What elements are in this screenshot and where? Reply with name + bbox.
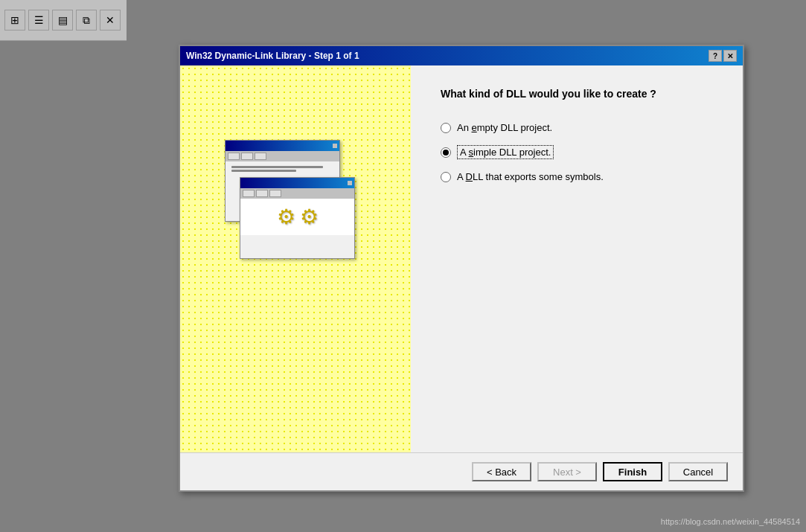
toolbar-icon-2[interactable]: ☰ (28, 10, 49, 31)
left-panel: ⚙ ⚙ (180, 65, 411, 452)
mini-toolbar-item-4 (243, 190, 255, 197)
mini-titlebar-back (226, 141, 339, 151)
radio-input-3[interactable] (441, 172, 451, 182)
mini-window-front: ⚙ ⚙ (240, 177, 355, 259)
radio-label-2: A simple DLL project. (457, 145, 554, 159)
url-text: https://blog.csdn.net/weixin_44584514 (661, 517, 800, 526)
underline-s: s (469, 147, 474, 158)
mini-content-area: ⚙ ⚙ (240, 199, 354, 235)
radio-group: An empty DLL project. A simple DLL proje… (441, 122, 720, 182)
finish-button[interactable]: Finish (603, 462, 662, 481)
mini-line-1 (231, 166, 323, 168)
next-button[interactable]: Next > (537, 462, 597, 481)
gear-icon-1: ⚙ (277, 205, 295, 229)
dialog-title: Win32 Dynamic-Link Library - Step 1 of 1 (186, 51, 359, 61)
mini-toolbar-item-2 (241, 153, 253, 160)
help-button[interactable]: ? (709, 50, 722, 62)
toolbar-icon-1[interactable]: ⊞ (4, 10, 25, 31)
gear-icons: ⚙ ⚙ (277, 205, 319, 229)
toolbar-icon-4[interactable]: ⧉ (76, 10, 97, 31)
radio-option-3[interactable]: A DLL that exports some symbols. (441, 171, 720, 182)
toolbar-icon-5[interactable]: ✕ (100, 10, 121, 31)
toolbar-icon-3[interactable]: ▤ (52, 10, 73, 31)
underline-d: D (466, 171, 473, 182)
mini-titlebar-dot-front (348, 181, 352, 185)
mini-toolbar-item-6 (269, 190, 281, 197)
back-button[interactable]: < Back (472, 462, 531, 481)
mini-toolbar-front (240, 188, 354, 199)
mini-toolbar-item-1 (228, 153, 240, 160)
mini-titlebar-dot (333, 144, 337, 148)
close-button[interactable]: ✕ (723, 50, 737, 62)
toolbar: ⊞ ☰ ▤ ⧉ ✕ (0, 0, 127, 41)
gear-icon-2: ⚙ (300, 205, 319, 229)
right-panel: What kind of DLL would you like to creat… (411, 65, 743, 452)
radio-input-1[interactable] (441, 123, 451, 133)
dialog-window: Win32 Dynamic-Link Library - Step 1 of 1… (179, 45, 744, 492)
dialog-content: ⚙ ⚙ What kind of DLL would you like to c… (180, 65, 743, 452)
radio-label-1: An empty DLL project. (457, 122, 552, 133)
titlebar-buttons: ? ✕ (709, 50, 737, 62)
mini-toolbar-item-3 (255, 153, 266, 160)
mini-titlebar-front (240, 178, 354, 188)
dialog-footer: < Back Next > Finish Cancel (180, 452, 743, 490)
yellow-background (180, 65, 411, 452)
mini-toolbar-item-5 (256, 190, 268, 197)
radio-option-1[interactable]: An empty DLL project. (441, 122, 720, 133)
radio-option-2[interactable]: A simple DLL project. (441, 145, 720, 159)
cancel-button[interactable]: Cancel (668, 462, 728, 481)
mini-line-2 (231, 170, 296, 172)
dialog-titlebar: Win32 Dynamic-Link Library - Step 1 of 1… (180, 46, 743, 65)
question-title: What kind of DLL would you like to creat… (441, 88, 720, 100)
underline-e: e (472, 122, 477, 133)
radio-label-3: A DLL that exports some symbols. (457, 171, 604, 182)
radio-input-2[interactable] (441, 147, 451, 158)
mini-toolbar-back (226, 151, 339, 161)
